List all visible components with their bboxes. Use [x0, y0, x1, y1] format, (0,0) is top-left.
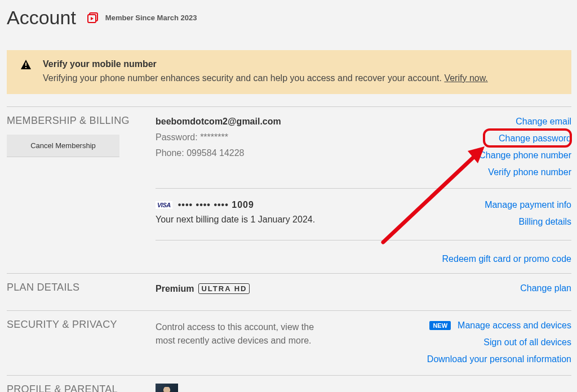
plan-label: PLAN DETAILS — [7, 282, 156, 293]
member-since: Member Since March 2023 — [87, 12, 197, 24]
card-brand-icon: VISA — [156, 201, 172, 209]
download-info-link[interactable]: Download your personal information — [427, 354, 571, 364]
billing-details-link[interactable]: Billing details — [519, 217, 571, 227]
ultra-hd-badge: ULTRA HD — [198, 283, 250, 294]
change-plan-link[interactable]: Change plan — [520, 283, 571, 293]
change-password-link[interactable]: Change password — [499, 133, 571, 144]
security-section: SECURITY & PRIVACY Control access to thi… — [7, 310, 571, 375]
plan-name: Premium — [156, 284, 194, 294]
profile-label: PROFILE & PARENTAL — [7, 384, 156, 392]
membership-section: MEMBERSHIP & BILLING Cancel Membership b… — [7, 106, 571, 273]
redeem-gift-link[interactable]: Redeem gift card or promo code — [442, 254, 571, 264]
profile-avatar[interactable] — [156, 384, 178, 392]
change-email-link[interactable]: Change email — [516, 117, 571, 127]
signout-all-link[interactable]: Sign out of all devices — [483, 337, 571, 348]
page-title: Account — [7, 7, 76, 29]
manage-access-link[interactable]: Manage access and devices — [458, 320, 571, 331]
cancel-membership-button[interactable]: Cancel Membership — [7, 135, 119, 157]
account-email: beebomdotcom2@gmail.com — [156, 117, 281, 127]
verify-now-link[interactable]: Verify now. — [444, 73, 487, 83]
alert-desc-text: Verifying your phone number enhances sec… — [43, 73, 444, 83]
plan-section: PLAN DETAILS Premium ULTRA HD Change pla… — [7, 273, 571, 310]
alert-title: Verify your mobile number — [43, 59, 488, 69]
security-label: SECURITY & PRIVACY — [7, 319, 156, 331]
verify-alert: Verify your mobile number Verifying your… — [7, 50, 571, 94]
member-card-icon — [87, 12, 100, 24]
card-number-mask: •••• •••• •••• 1009 — [178, 200, 254, 210]
new-pill: NEW — [429, 321, 451, 330]
membership-label: MEMBERSHIP & BILLING — [7, 115, 156, 127]
change-phone-link[interactable]: Change phone number — [479, 150, 571, 161]
verify-phone-link[interactable]: Verify phone number — [488, 167, 571, 177]
security-description: Control access to this account, view the… — [156, 320, 336, 348]
phone-line: Phone: 099584 14228 — [156, 148, 281, 158]
warning-icon — [20, 59, 32, 70]
alert-description: Verifying your phone number enhances sec… — [43, 72, 488, 85]
profile-section: PROFILE & PARENTAL — [7, 375, 571, 392]
password-line: Password: ******** — [156, 132, 281, 142]
svg-rect-5 — [25, 67, 26, 68]
manage-payment-link[interactable]: Manage payment info — [485, 200, 571, 210]
next-billing-text: Your next billing date is 1 January 2024… — [156, 215, 315, 225]
svg-rect-4 — [25, 63, 26, 66]
member-since-text: Member Since March 2023 — [105, 14, 197, 22]
